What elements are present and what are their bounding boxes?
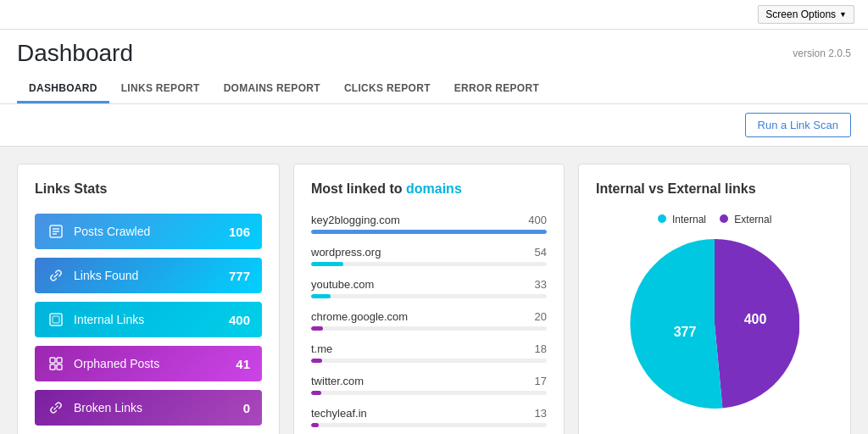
internal-links-value: 400 <box>229 313 250 327</box>
domain-bar-bg <box>311 391 547 395</box>
pie-chart: 377 400 <box>630 239 799 409</box>
legend-internal-label: Internal <box>672 214 706 225</box>
domain-name: youtube.com <box>311 278 374 291</box>
domain-row: chrome.google.com 20 <box>311 310 547 331</box>
domain-bar <box>311 423 319 427</box>
domain-row: key2blogging.com 400 <box>311 214 547 234</box>
domain-name: wordpress.org <box>311 246 381 259</box>
links-stats-title: Links Stats <box>35 181 262 197</box>
broken-links-label: Broken Links <box>74 401 142 415</box>
domain-name: key2blogging.com <box>311 214 400 226</box>
domains-title: Most linked to domains <box>311 181 547 197</box>
posts-crawled-icon <box>47 222 65 241</box>
top-bar: Screen Options <box>0 0 868 30</box>
posts-crawled-label: Posts Crawled <box>74 225 150 238</box>
domains-panel: Most linked to domains key2blogging.com … <box>293 164 565 434</box>
domain-bar-bg <box>311 359 547 363</box>
domain-name: techyleaf.in <box>311 407 367 420</box>
domain-count: 54 <box>535 246 547 259</box>
legend-internal-dot <box>658 214 666 223</box>
orphaned-posts-label: Orphaned Posts <box>74 357 159 370</box>
svg-rect-5 <box>53 316 59 323</box>
links-stats-panel: Links Stats Posts Crawled 106 <box>17 164 280 434</box>
domain-count: 17 <box>535 375 547 387</box>
svg-rect-6 <box>50 358 55 363</box>
nav-tabs: DASHBOARD LINKS REPORT DOMAINS REPORT CL… <box>17 75 851 103</box>
links-found-label: Links Found <box>74 269 138 282</box>
screen-options-button[interactable]: Screen Options <box>758 5 854 24</box>
domain-bar <box>311 359 322 363</box>
stat-internal-links: Internal Links 400 <box>35 302 262 337</box>
domain-count: 13 <box>535 407 547 420</box>
version-text: version 2.0.5 <box>793 47 851 59</box>
domain-bar <box>311 326 323 331</box>
page-title: Dashboard <box>17 40 133 67</box>
stat-broken-links: Broken Links 0 <box>35 390 262 426</box>
internal-links-label: Internal Links <box>74 313 144 326</box>
links-found-value: 777 <box>229 269 250 283</box>
domain-row: wordpress.org 54 <box>311 246 547 266</box>
broken-links-value: 0 <box>243 401 250 415</box>
tab-domains-report[interactable]: DOMAINS REPORT <box>212 75 332 103</box>
domain-row: techyleaf.in 13 <box>311 407 547 427</box>
stat-posts-crawled: Posts Crawled 106 <box>35 214 262 249</box>
orphaned-posts-value: 41 <box>236 357 250 371</box>
external-value-label: 377 <box>674 325 697 339</box>
legend-internal: Internal <box>658 214 706 225</box>
domains-title-highlight: domains <box>406 181 462 196</box>
domain-bar <box>311 230 547 234</box>
svg-rect-8 <box>50 364 55 370</box>
stat-orphaned-posts: Orphaned Posts 41 <box>35 346 262 381</box>
pie-chart-title: Internal vs External links <box>596 181 833 197</box>
domain-row: t.me 18 <box>311 342 547 363</box>
domain-count: 18 <box>535 342 547 355</box>
legend-external-label: External <box>734 214 771 225</box>
pie-svg: 377 400 <box>630 239 799 409</box>
run-scan-button[interactable]: Run a Link Scan <box>745 113 851 137</box>
domain-bar <box>311 391 321 395</box>
tab-dashboard[interactable]: DASHBOARD <box>17 75 109 103</box>
legend-external-dot <box>720 214 728 223</box>
internal-value-label: 400 <box>744 312 767 326</box>
internal-links-icon <box>47 310 65 329</box>
links-found-icon <box>47 266 65 285</box>
main-content: Links Stats Posts Crawled 106 <box>0 147 868 434</box>
toolbar: Run a Link Scan <box>0 104 868 147</box>
domain-bar <box>311 262 343 266</box>
domain-name: chrome.google.com <box>311 310 408 323</box>
domains-title-prefix: Most linked to <box>311 181 406 196</box>
internal-slice <box>630 239 722 409</box>
svg-rect-7 <box>57 358 62 363</box>
domain-bar <box>311 294 331 298</box>
domain-bar-bg <box>311 294 547 298</box>
domain-count: 400 <box>528 214 547 226</box>
chart-container: Internal External <box>596 214 833 409</box>
pie-chart-panel: Internal vs External links Internal Exte… <box>578 164 851 434</box>
chart-legend: Internal External <box>658 214 772 225</box>
domain-bar-bg <box>311 423 547 427</box>
svg-rect-9 <box>57 364 62 370</box>
domain-row: twitter.com 17 <box>311 375 547 395</box>
tab-links-report[interactable]: LINKS REPORT <box>109 75 212 103</box>
tab-error-report[interactable]: ERROR REPORT <box>442 75 551 103</box>
domain-count: 20 <box>535 310 547 323</box>
posts-crawled-value: 106 <box>229 225 250 239</box>
broken-links-icon <box>47 398 65 417</box>
domain-bar-bg <box>311 262 547 266</box>
orphaned-posts-icon <box>47 354 65 373</box>
domain-row: youtube.com 33 <box>311 278 547 298</box>
domain-bar-bg <box>311 326 547 331</box>
domain-name: twitter.com <box>311 375 364 387</box>
domain-count: 33 <box>535 278 547 291</box>
stat-links-found: Links Found 777 <box>35 258 262 293</box>
svg-rect-4 <box>50 314 62 326</box>
tab-clicks-report[interactable]: CLICKS REPORT <box>332 75 442 103</box>
domain-bar-bg <box>311 230 547 234</box>
legend-external: External <box>720 214 771 225</box>
header: Dashboard version 2.0.5 DASHBOARD LINKS … <box>0 30 868 104</box>
domain-name: t.me <box>311 342 332 355</box>
